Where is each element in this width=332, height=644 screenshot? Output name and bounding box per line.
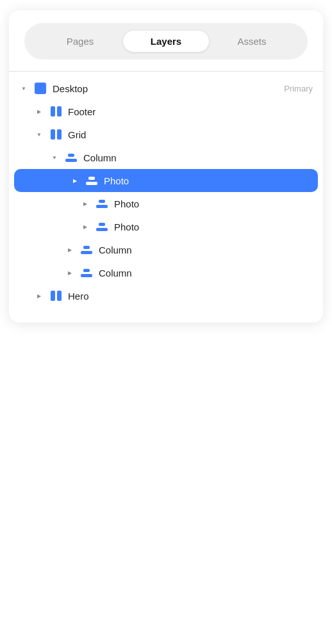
tab-pages[interactable]: Pages <box>37 31 123 52</box>
tree-item-column-3[interactable]: Column <box>9 261 323 284</box>
stack-icon <box>95 220 109 234</box>
item-label: Hero <box>68 291 313 302</box>
tree-item-photo-2[interactable]: Photo <box>9 192 323 215</box>
chevron-down-icon <box>35 130 44 139</box>
item-label: Column <box>99 268 313 278</box>
tab-layers[interactable]: Layers <box>123 31 209 52</box>
layers-panel: Pages Layers Assets Desktop Primary Foot… <box>9 10 323 323</box>
stack-icon <box>85 173 99 188</box>
tree-item-column-1[interactable]: Column <box>9 146 323 169</box>
stack-icon <box>79 243 94 257</box>
item-secondary: Primary <box>284 84 313 93</box>
layers-tree: Desktop Primary Footer Grid Column <box>9 77 323 323</box>
tree-item-hero[interactable]: Hero <box>9 284 323 307</box>
item-label: Photo <box>104 175 308 186</box>
double-rect-icon <box>49 127 63 141</box>
tree-item-photo-1[interactable]: Photo <box>14 169 318 192</box>
chevron-right-icon <box>81 199 90 208</box>
tab-assets[interactable]: Assets <box>209 31 295 52</box>
tree-item-photo-3[interactable]: Photo <box>9 215 323 238</box>
divider <box>9 71 323 72</box>
double-rect-icon <box>49 289 63 303</box>
chevron-right-icon <box>35 291 44 300</box>
tab-bar: Pages Layers Assets <box>24 23 308 60</box>
tree-item-footer[interactable]: Footer <box>9 100 323 123</box>
tree-item-desktop[interactable]: Desktop Primary <box>9 77 323 100</box>
chevron-right-icon <box>35 107 44 116</box>
item-label: Column <box>99 245 313 255</box>
item-label: Grid <box>68 129 313 140</box>
tree-item-grid[interactable]: Grid <box>9 123 323 146</box>
stack-icon <box>95 197 109 211</box>
item-label: Desktop <box>53 83 279 94</box>
item-label: Photo <box>114 198 313 209</box>
double-rect-icon <box>49 104 63 118</box>
item-label: Photo <box>114 221 313 232</box>
chevron-right-icon <box>65 268 74 277</box>
stack-icon <box>79 266 94 280</box>
chevron-right-icon <box>71 176 79 185</box>
chevron-right-icon <box>81 222 90 231</box>
stack-icon <box>64 150 78 165</box>
chevron-right-icon <box>65 245 74 254</box>
chevron-down-icon <box>19 84 28 93</box>
square-icon <box>33 81 47 95</box>
item-label: Footer <box>68 106 313 117</box>
item-label: Column <box>83 152 313 163</box>
tree-item-column-2[interactable]: Column <box>9 238 323 261</box>
chevron-down-icon <box>50 153 59 162</box>
